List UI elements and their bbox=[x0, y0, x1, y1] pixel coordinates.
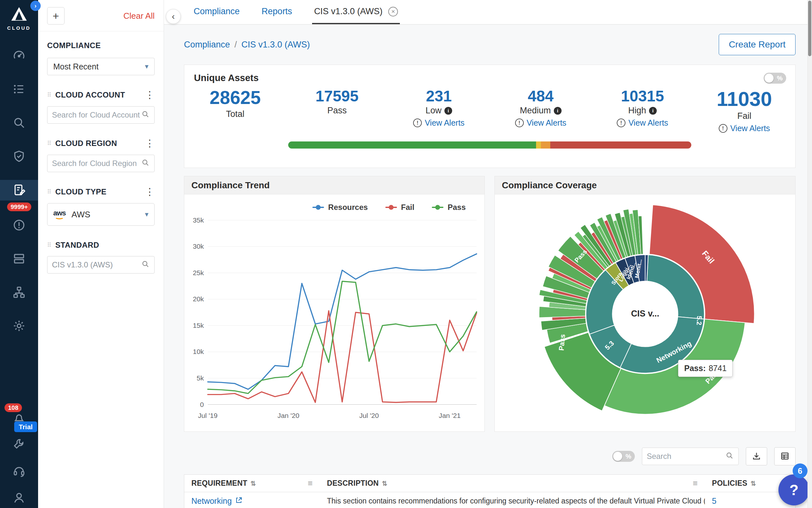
nav-governance[interactable] bbox=[0, 146, 38, 167]
cloud-account-header: ⠿ CLOUD ACCOUNT ⋮ bbox=[47, 90, 155, 100]
compliance-trend-panel: Compliance Trend Resources Fail Pass 05k… bbox=[184, 176, 485, 432]
filters-section-title: COMPLIANCE bbox=[47, 41, 155, 50]
tab-compliance[interactable]: Compliance bbox=[192, 0, 242, 24]
legend-resources[interactable]: Resources bbox=[313, 203, 368, 212]
nav-support[interactable] bbox=[0, 462, 38, 481]
view-alerts-fail-link[interactable]: !View Alerts bbox=[719, 124, 770, 133]
nav-alerts[interactable] bbox=[0, 215, 38, 236]
search-icon bbox=[141, 260, 150, 270]
table-search-input[interactable] bbox=[647, 452, 725, 461]
help-fab-button[interactable]: ? bbox=[778, 474, 809, 505]
nav-settings[interactable] bbox=[0, 316, 38, 337]
column-menu-icon[interactable]: ≡ bbox=[308, 478, 313, 488]
legend-pass[interactable]: Pass bbox=[432, 203, 466, 212]
stat-medium-value: 484 bbox=[528, 87, 554, 105]
nav-compliance[interactable] bbox=[0, 180, 38, 201]
nav-data-security[interactable] bbox=[0, 249, 38, 269]
column-requirement: REQUIREMENT ⇅ ≡ bbox=[184, 475, 320, 492]
gear-icon bbox=[12, 319, 26, 334]
svg-text:Pass: Pass bbox=[557, 334, 567, 351]
cloud-account-search-input[interactable] bbox=[52, 111, 141, 120]
view-alerts-medium-link[interactable]: !View Alerts bbox=[515, 118, 566, 128]
svg-text:20k: 20k bbox=[193, 296, 204, 303]
breadcrumb-current-link[interactable]: CIS v1.3.0 (AWS) bbox=[241, 40, 310, 50]
close-tab-icon[interactable]: ✕ bbox=[388, 7, 398, 16]
tab-cis-v130-aws[interactable]: CIS v1.3.0 (AWS) ✕ bbox=[312, 0, 400, 24]
scrollbar-thumb[interactable] bbox=[808, 1, 811, 56]
clear-all-button[interactable]: Clear All bbox=[123, 11, 155, 21]
tab-bar: Compliance Reports CIS v1.3.0 (AWS) ✕ bbox=[164, 0, 812, 25]
cloud-region-menu-button[interactable]: ⋮ bbox=[145, 138, 155, 148]
sort-icon[interactable]: ⇅ bbox=[751, 479, 756, 487]
view-alerts-low-link[interactable]: !View Alerts bbox=[413, 118, 465, 128]
download-button[interactable] bbox=[746, 447, 767, 465]
info-icon[interactable]: i bbox=[444, 107, 452, 115]
info-icon[interactable]: i bbox=[554, 107, 562, 115]
cloud-type-select[interactable]: aws AWS ▾ bbox=[47, 203, 155, 226]
drag-handle-icon[interactable]: ⠿ bbox=[47, 140, 51, 147]
drag-handle-icon[interactable]: ⠿ bbox=[47, 188, 51, 196]
line-dot-marker-icon bbox=[313, 207, 324, 208]
nav-integrations[interactable] bbox=[0, 434, 38, 454]
nav-dashboard[interactable] bbox=[0, 46, 38, 66]
nav-network[interactable] bbox=[0, 282, 38, 303]
policies-count-link[interactable]: 5 bbox=[712, 496, 716, 506]
svg-text:25k: 25k bbox=[193, 269, 204, 277]
cloud-region-search bbox=[47, 155, 155, 172]
search-icon bbox=[141, 110, 150, 120]
toggle-knob bbox=[765, 74, 774, 83]
chevron-down-icon: ▾ bbox=[145, 210, 148, 219]
stat-pass-label: Pass bbox=[327, 105, 347, 116]
requirement-link[interactable]: Networking bbox=[191, 496, 243, 506]
logo-triangle-icon bbox=[11, 6, 28, 23]
collapse-filters-button[interactable]: ‹ bbox=[166, 9, 181, 24]
view-alerts-high-link[interactable]: !View Alerts bbox=[617, 118, 668, 128]
cloud-account-menu-button[interactable]: ⋮ bbox=[145, 90, 155, 100]
column-settings-button[interactable] bbox=[774, 447, 796, 465]
cell-description: This section contains recommendations fo… bbox=[320, 492, 705, 508]
pass-fail-distribution-bar bbox=[288, 141, 691, 149]
notifications-count-badge: 108 bbox=[4, 404, 22, 412]
table-percent-toggle[interactable]: % bbox=[612, 451, 635, 462]
alert-icon: ! bbox=[413, 119, 422, 127]
add-filter-button[interactable]: + bbox=[47, 7, 64, 25]
stat-low-value: 231 bbox=[426, 87, 452, 105]
column-menu-icon[interactable]: ≡ bbox=[693, 478, 698, 488]
drag-handle-icon[interactable]: ⠿ bbox=[47, 91, 51, 98]
cloud-region-search-input[interactable] bbox=[52, 159, 141, 168]
cloud-type-menu-button[interactable]: ⋮ bbox=[145, 187, 155, 197]
sort-icon[interactable]: ⇅ bbox=[382, 479, 387, 487]
panel-pin-button[interactable]: › bbox=[30, 1, 41, 11]
legend-fail[interactable]: Fail bbox=[385, 203, 414, 212]
create-report-button[interactable]: Create Report bbox=[719, 34, 796, 55]
svg-text:5.2: 5.2 bbox=[696, 316, 703, 326]
nav-investigate[interactable] bbox=[0, 113, 38, 133]
app-root: CLOUD 9999+ 108 bbox=[0, 0, 812, 508]
trend-line-chart[interactable]: 05k10k15k20k25k30k35kJul '19Jan '20Jul '… bbox=[184, 213, 484, 422]
stat-total-label: Total bbox=[226, 109, 244, 119]
line-dot-marker-icon bbox=[385, 207, 397, 208]
sort-icon[interactable]: ⇅ bbox=[250, 479, 256, 487]
app-logo[interactable]: CLOUD bbox=[7, 6, 31, 31]
org-chart-icon bbox=[12, 286, 26, 300]
breadcrumb-parent-link[interactable]: Compliance bbox=[184, 40, 230, 50]
coverage-sunburst-chart[interactable]: FailPassPassPass5.25.3NetworkingStora...… bbox=[495, 195, 795, 432]
svg-text:15k: 15k bbox=[193, 322, 204, 329]
table-row: Networking This section contains recomme… bbox=[184, 492, 795, 508]
filter-panel: + Clear All COMPLIANCE Most Recent ▾ ⠿ C… bbox=[38, 0, 164, 508]
stat-total: 28625 Total bbox=[184, 87, 286, 133]
percent-toggle[interactable]: % bbox=[764, 73, 786, 84]
sort-select-value: Most Recent bbox=[53, 62, 98, 71]
info-icon[interactable]: i bbox=[649, 107, 657, 115]
toggle-knob bbox=[613, 452, 622, 461]
aws-smile-icon bbox=[55, 215, 64, 219]
standard-search-input[interactable] bbox=[52, 260, 141, 269]
vertical-scrollbar[interactable] bbox=[808, 0, 812, 508]
tab-reports[interactable]: Reports bbox=[260, 0, 294, 24]
svg-text:Jul '19: Jul '19 bbox=[198, 412, 218, 419]
stat-fail-label: Fail bbox=[737, 111, 751, 121]
nav-inventory[interactable] bbox=[0, 79, 38, 100]
nav-profile[interactable] bbox=[0, 488, 38, 508]
sort-select[interactable]: Most Recent ▾ bbox=[47, 58, 155, 75]
drag-handle-icon[interactable]: ⠿ bbox=[47, 242, 51, 249]
